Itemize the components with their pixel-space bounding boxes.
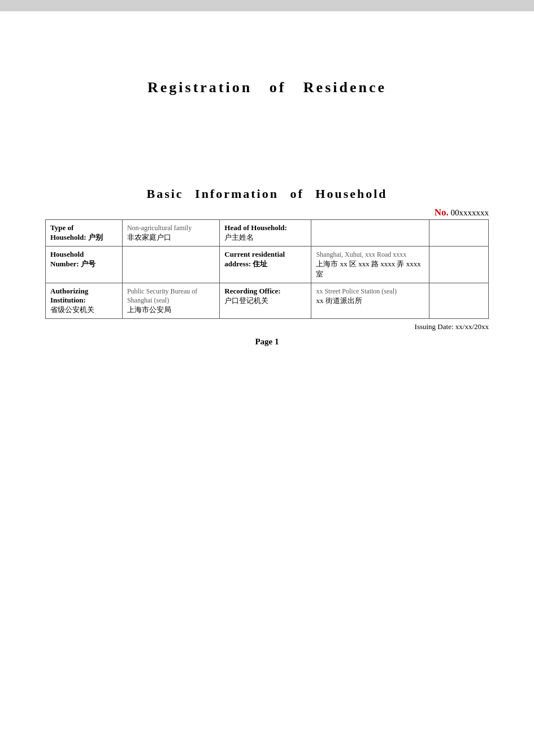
recording-value-cell: xx Street Police Station (seal) xx 街道派出所 [311,283,429,319]
recording-label-cn: 户口登记机关 [224,296,268,305]
address-label-cell: Current residential address: 住址 [220,247,311,283]
auth-label-en2: Institution: [50,296,86,304]
head-value-cell [311,220,429,247]
recording-value-cn: xx 街道派出所 [316,296,362,305]
document-title: Registration of Residence [45,79,489,96]
address-label-en2: address: 住址 [224,260,267,268]
page-number: Page 1 [45,337,489,347]
auth-value-cn: 上海市公安局 [127,305,171,314]
household-number-label-en2: Number: 户号 [50,260,95,268]
table-row: Household Number: 户号 Current residential… [46,247,489,283]
household-label: Household: 户别 [50,233,103,241]
title-section: Registration of Residence [45,79,489,96]
issuing-date-value: xx/xx/20xx [455,322,489,331]
head-label-cell: Head of Household: 户主姓名 [220,220,311,247]
address-extra-cell [429,247,489,283]
type-label-cell: Type of Household: 户别 [46,220,123,247]
section-title: Basic Information of Household [45,187,489,201]
recording-label-cell: Recording Office: 户口登记机关 [220,283,311,319]
auth-label-en: Authorizing [50,287,88,295]
auth-value-en2: Shanghai (seal) [127,296,169,304]
address-value-cn: 上海市 xx 区 xxx 路 xxxx 弄 xxxx 室 [316,260,420,278]
auth-value-en: Public Security Bureau of [127,287,197,295]
type-value-cell: Non-agricultural family 非农家庭户口 [122,220,219,247]
no-value: 00xxxxxxx [451,208,489,217]
head-label-cn: 户主姓名 [224,233,254,241]
type-value-en: Non-agricultural family [127,224,192,232]
table-row: Authorizing Institution: 省级公安机关 Public S… [46,283,489,319]
no-label: No. [435,207,449,218]
type-value-cn: 非农家庭户口 [127,233,171,241]
auth-value-cell: Public Security Bureau of Shanghai (seal… [122,283,219,319]
document-page: Registration of Residence Basic Informat… [0,11,534,756]
auth-label-cell: Authorizing Institution: 省级公安机关 [46,283,123,319]
issuing-date-line: Issuing Date: xx/xx/20xx [45,322,489,331]
head-extra-cell [429,220,489,247]
document-number-line: No. 00xxxxxxx [45,207,489,218]
number-label-cell: Household Number: 户号 [46,247,123,283]
recording-label-en: Recording Office: [224,287,280,295]
address-value-en: Shanghai, Xuhui, xxx Road xxxx [316,250,406,258]
number-value-cell [122,247,219,283]
auth-label-cn: 省级公安机关 [50,305,94,314]
address-label-en: Current residential [224,250,285,258]
household-info-table: Type of Household: 户别 Non-agricultural f… [45,219,489,319]
household-number-label-en: Household [50,250,84,258]
head-label-en: Head of Household: [224,223,287,232]
issuing-date-label: Issuing Date: [415,322,454,331]
recording-value-en: xx Street Police Station (seal) [316,287,397,295]
address-value-cell: Shanghai, Xuhui, xxx Road xxxx 上海市 xx 区 … [311,247,429,283]
table-row: Type of Household: 户别 Non-agricultural f… [46,220,489,247]
recording-extra-cell [429,283,489,319]
type-of-label: Type of [50,223,73,232]
section-header: Basic Information of Household No. 00xxx… [45,187,489,218]
